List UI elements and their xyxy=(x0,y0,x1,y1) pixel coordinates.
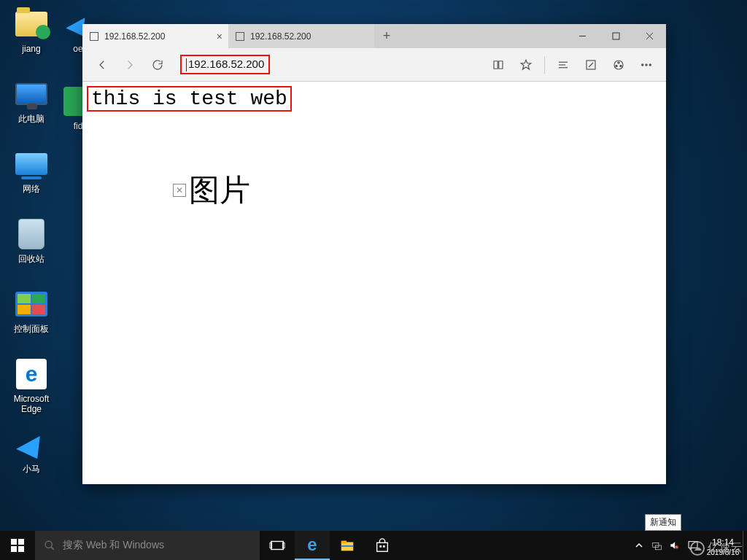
svg-point-19 xyxy=(45,541,52,548)
search-icon xyxy=(44,540,55,551)
hub-button[interactable] xyxy=(549,51,577,79)
browser-tab-inactive[interactable]: 192.168.52.200 xyxy=(228,24,374,48)
image-alt-text: 图片 xyxy=(189,170,250,211)
cloud-icon: ☁ xyxy=(690,541,705,556)
svg-rect-28 xyxy=(379,545,382,548)
svg-line-20 xyxy=(51,547,54,550)
address-text: 192.168.52.200 xyxy=(188,58,264,70)
desktop-icon-label: 控制面板 xyxy=(14,324,49,334)
address-bar[interactable]: 192.168.52.200 xyxy=(180,55,270,75)
page-heading: this is test web xyxy=(87,86,292,112)
close-window-button[interactable] xyxy=(632,24,666,48)
desktop-icon-this-pc[interactable]: 此电脑 xyxy=(4,73,58,143)
page-icon xyxy=(236,32,244,41)
desktop-icon-column: jiang 此电脑 网络 回收站 控制面板 e Microsoft Edge 小… xyxy=(4,3,77,493)
svg-point-9 xyxy=(618,61,619,63)
show-desktop-button[interactable] xyxy=(743,531,747,560)
network-icon xyxy=(15,147,48,181)
separator xyxy=(544,56,545,74)
taskbar-explorer[interactable] xyxy=(330,531,365,560)
svg-rect-25 xyxy=(341,541,347,544)
taskbar-store[interactable] xyxy=(365,531,400,560)
taskbar-search[interactable]: 搜索 Web 和 Windows xyxy=(35,531,260,560)
more-button[interactable] xyxy=(632,51,660,79)
svg-point-14 xyxy=(649,63,651,65)
new-tab-button[interactable]: + xyxy=(374,24,399,48)
share-button[interactable] xyxy=(605,51,632,79)
edge-window: 192.168.52.200 × 192.168.52.200 + 192.16… xyxy=(82,24,666,484)
start-button[interactable] xyxy=(0,531,35,560)
taskbar: 搜索 Web 和 Windows e 18:14 2019/8/16 xyxy=(0,531,747,560)
browser-toolbar: 192.168.52.200 xyxy=(82,48,666,82)
svg-point-11 xyxy=(620,65,622,66)
webnote-button[interactable] xyxy=(577,51,605,79)
browser-tab-active[interactable]: 192.168.52.200 × xyxy=(82,24,228,48)
svg-rect-15 xyxy=(11,539,17,545)
desktop-icon-label: 此电脑 xyxy=(18,114,44,124)
desktop-icon-label: oe xyxy=(73,44,82,54)
broken-image: ✕ 图片 xyxy=(173,170,662,211)
edge-icon: e xyxy=(15,357,48,391)
svg-rect-16 xyxy=(18,539,24,545)
minimize-button[interactable] xyxy=(565,24,599,48)
desktop-icon-jiang[interactable]: jiang xyxy=(4,3,58,73)
tab-bar: 192.168.52.200 × 192.168.52.200 + xyxy=(82,24,666,48)
back-button[interactable] xyxy=(88,51,116,79)
broken-image-icon: ✕ xyxy=(173,184,186,197)
desktop-icon-label: 回收站 xyxy=(18,254,44,264)
watermark-text: 亿速云 xyxy=(708,540,743,556)
svg-point-10 xyxy=(616,65,617,66)
reading-view-button[interactable] xyxy=(484,51,512,79)
desktop-icon-edge[interactable]: e Microsoft Edge xyxy=(4,353,58,423)
control-panel-icon xyxy=(15,287,48,321)
pc-icon xyxy=(15,77,48,111)
desktop-icon-recycle-bin[interactable]: 回收站 xyxy=(4,213,58,283)
desktop-icon-label: Microsoft Edge xyxy=(14,394,50,414)
svg-rect-31 xyxy=(655,545,661,550)
favorite-button[interactable] xyxy=(512,51,540,79)
svg-point-12 xyxy=(642,63,643,65)
svg-rect-30 xyxy=(653,543,659,548)
desktop-icon-control-panel[interactable]: 控制面板 xyxy=(4,283,58,353)
svg-rect-27 xyxy=(377,542,388,551)
desktop-icon-label: fid xyxy=(74,121,83,131)
search-placeholder: 搜索 Web 和 Windows xyxy=(63,539,164,552)
maximize-button[interactable] xyxy=(599,24,632,48)
tab-title: 192.168.52.200 xyxy=(250,31,311,42)
notification-tooltip: 新通知 xyxy=(645,514,681,531)
forward-button[interactable] xyxy=(116,51,144,79)
recycle-bin-icon xyxy=(15,217,48,251)
tray-chevron-icon[interactable] xyxy=(630,542,648,549)
page-content: this is test web ✕ 图片 xyxy=(82,82,666,484)
svg-rect-18 xyxy=(18,546,24,552)
svg-rect-26 xyxy=(341,545,354,547)
close-tab-icon[interactable]: × xyxy=(217,31,222,42)
svg-point-13 xyxy=(646,63,647,65)
desktop-icon-label: 小马 xyxy=(23,464,40,474)
tab-title: 192.168.52.200 xyxy=(104,31,165,42)
desktop-icon-label: 网络 xyxy=(23,184,40,194)
task-view-button[interactable] xyxy=(260,531,295,560)
refresh-button[interactable] xyxy=(144,51,171,79)
heading-text: this is test web xyxy=(91,88,287,110)
svg-rect-17 xyxy=(11,546,17,552)
tray-volume-icon[interactable] xyxy=(665,540,683,551)
desktop: jiang 此电脑 网络 回收站 控制面板 e Microsoft Edge 小… xyxy=(0,0,747,560)
desktop-icon-label: jiang xyxy=(22,44,40,54)
taskbar-edge[interactable]: e xyxy=(295,531,330,560)
svg-rect-1 xyxy=(613,33,619,39)
folder-user-icon xyxy=(15,7,48,41)
watermark: ☁ 亿速云 xyxy=(690,540,743,556)
svg-rect-29 xyxy=(383,545,385,548)
page-icon xyxy=(90,32,98,41)
plane-icon xyxy=(15,427,48,461)
desktop-icon-network[interactable]: 网络 xyxy=(4,143,58,213)
tray-network-icon[interactable] xyxy=(648,540,665,551)
svg-rect-21 xyxy=(271,542,284,550)
desktop-icon-xiaoma[interactable]: 小马 xyxy=(4,423,58,493)
